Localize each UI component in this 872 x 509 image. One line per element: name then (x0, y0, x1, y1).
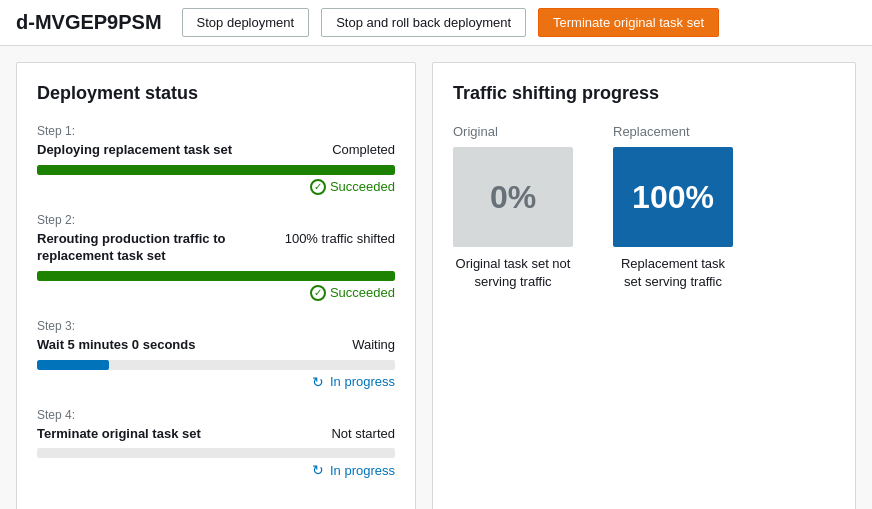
traffic-section: Original 0% Original task set not servin… (453, 124, 835, 291)
spinner-icon: ↻ (310, 462, 326, 478)
original-desc: Original task set not serving traffic (453, 255, 573, 291)
progress-bar-fill (37, 360, 109, 370)
step-row: Terminate original task set Not started (37, 426, 395, 443)
step-status-text: 100% traffic shifted (285, 231, 395, 246)
replacement-traffic-box: 100% (613, 147, 733, 247)
step-status-text: Waiting (352, 337, 395, 352)
status-row: ↻ In progress (37, 374, 395, 390)
terminate-button[interactable]: Terminate original task set (538, 8, 719, 37)
replacement-traffic-col: Replacement 100% Replacement task set se… (613, 124, 733, 291)
step-result-label: ✓ Succeeded (310, 285, 395, 301)
step-label: Step 4: (37, 408, 395, 422)
replacement-percent: 100% (632, 179, 714, 216)
original-traffic-col: Original 0% Original task set not servin… (453, 124, 573, 291)
status-row: ✓ Succeeded (37, 285, 395, 301)
step-name: Terminate original task set (37, 426, 319, 443)
step-name: Deploying replacement task set (37, 142, 320, 159)
header: d-MVGEP9PSM Stop deployment Stop and rol… (0, 0, 872, 46)
replacement-label: Replacement (613, 124, 690, 139)
traffic-shifting-card: Traffic shifting progress Original 0% Or… (432, 62, 856, 509)
step-2: Step 2: Rerouting production traffic to … (37, 213, 395, 301)
progress-bar-container (37, 448, 395, 458)
progress-bar-container (37, 360, 395, 370)
step-label: Step 2: (37, 213, 395, 227)
progress-bar-fill (37, 271, 395, 281)
deployment-status-title: Deployment status (37, 83, 395, 104)
spinner-icon: ↻ (310, 374, 326, 390)
step-name: Rerouting production traffic to replacem… (37, 231, 273, 265)
steps-container: Step 1: Deploying replacement task set C… (37, 124, 395, 478)
step-name: Wait 5 minutes 0 seconds (37, 337, 340, 354)
step-label: Step 3: (37, 319, 395, 333)
traffic-shifting-title: Traffic shifting progress (453, 83, 835, 104)
step-row: Rerouting production traffic to replacem… (37, 231, 395, 265)
stop-deployment-button[interactable]: Stop deployment (182, 8, 310, 37)
progress-bar-container (37, 165, 395, 175)
step-4: Step 4: Terminate original task set Not … (37, 408, 395, 479)
step-status-text: Not started (331, 426, 395, 441)
original-percent: 0% (490, 179, 536, 216)
page-title: d-MVGEP9PSM (16, 11, 162, 34)
main-content: Deployment status Step 1: Deploying repl… (0, 46, 872, 509)
original-label: Original (453, 124, 498, 139)
step-3: Step 3: Wait 5 minutes 0 seconds Waiting… (37, 319, 395, 390)
stop-rollback-button[interactable]: Stop and roll back deployment (321, 8, 526, 37)
step-result-label: ✓ Succeeded (310, 179, 395, 195)
step-result-label: ↻ In progress (310, 462, 395, 478)
progress-bar-container (37, 271, 395, 281)
replacement-desc: Replacement task set serving traffic (613, 255, 733, 291)
step-1: Step 1: Deploying replacement task set C… (37, 124, 395, 195)
step-row: Wait 5 minutes 0 seconds Waiting (37, 337, 395, 354)
progress-bar-fill (37, 165, 395, 175)
step-status-text: Completed (332, 142, 395, 157)
step-label: Step 1: (37, 124, 395, 138)
step-result-label: ↻ In progress (310, 374, 395, 390)
status-row: ↻ In progress (37, 462, 395, 478)
check-icon: ✓ (310, 179, 326, 195)
original-traffic-box: 0% (453, 147, 573, 247)
deployment-status-card: Deployment status Step 1: Deploying repl… (16, 62, 416, 509)
status-row: ✓ Succeeded (37, 179, 395, 195)
check-icon: ✓ (310, 285, 326, 301)
step-row: Deploying replacement task set Completed (37, 142, 395, 159)
